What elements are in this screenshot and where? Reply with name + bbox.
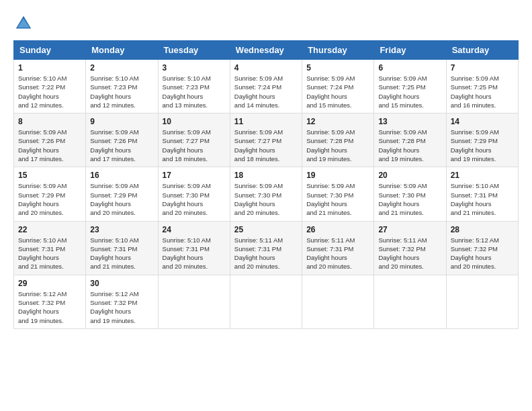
calendar-header-row: SundayMondayTuesdayWednesdayThursdayFrid… bbox=[14, 41, 519, 60]
calendar-cell: 26 Sunrise: 5:11 AMSunset: 7:31 PMDaylig… bbox=[302, 221, 374, 275]
cell-info: Sunrise: 5:09 AMSunset: 7:30 PMDaylight … bbox=[378, 181, 441, 217]
calendar-cell: 27 Sunrise: 5:11 AMSunset: 7:32 PMDaylig… bbox=[374, 221, 446, 275]
cell-info: Sunrise: 5:11 AMSunset: 7:31 PMDaylight … bbox=[306, 236, 369, 271]
day-number: 8 bbox=[18, 117, 81, 126]
calendar-cell: 23 Sunrise: 5:10 AMSunset: 7:31 PMDaylig… bbox=[86, 221, 158, 275]
calendar-cell: 22 Sunrise: 5:10 AMSunset: 7:31 PMDaylig… bbox=[14, 221, 86, 275]
calendar-cell: 9 Sunrise: 5:09 AMSunset: 7:26 PMDayligh… bbox=[86, 113, 158, 167]
day-header-wednesday: Wednesday bbox=[230, 41, 302, 60]
day-number: 25 bbox=[234, 225, 298, 234]
day-header-tuesday: Tuesday bbox=[158, 41, 230, 60]
day-number: 23 bbox=[90, 225, 153, 234]
day-number: 18 bbox=[234, 171, 298, 180]
day-number: 26 bbox=[306, 225, 369, 234]
logo bbox=[13, 13, 36, 34]
calendar-cell: 28 Sunrise: 5:12 AMSunset: 7:32 PMDaylig… bbox=[446, 221, 518, 275]
cell-info: Sunrise: 5:09 AMSunset: 7:24 PMDaylight … bbox=[306, 74, 369, 109]
calendar-cell: 1 Sunrise: 5:10 AMSunset: 7:22 PMDayligh… bbox=[14, 60, 86, 113]
cell-info: Sunrise: 5:09 AMSunset: 7:28 PMDaylight … bbox=[306, 128, 369, 163]
day-number: 22 bbox=[18, 225, 81, 234]
day-number: 15 bbox=[18, 171, 81, 180]
day-number: 13 bbox=[378, 117, 441, 126]
cell-info: Sunrise: 5:10 AMSunset: 7:31 PMDaylight … bbox=[163, 236, 226, 271]
day-number: 17 bbox=[163, 171, 226, 180]
day-header-thursday: Thursday bbox=[302, 41, 374, 60]
calendar-cell: 8 Sunrise: 5:09 AMSunset: 7:26 PMDayligh… bbox=[14, 113, 86, 167]
day-number: 28 bbox=[451, 225, 514, 234]
calendar-week-4: 22 Sunrise: 5:10 AMSunset: 7:31 PMDaylig… bbox=[14, 221, 519, 275]
cell-info: Sunrise: 5:09 AMSunset: 7:28 PMDaylight … bbox=[378, 128, 441, 163]
cell-info: Sunrise: 5:09 AMSunset: 7:27 PMDaylight … bbox=[234, 128, 298, 163]
calendar-cell: 16 Sunrise: 5:09 AMSunset: 7:29 PMDaylig… bbox=[86, 167, 158, 221]
calendar-week-5: 29 Sunrise: 5:12 AMSunset: 7:32 PMDaylig… bbox=[14, 275, 519, 328]
calendar-cell: 10 Sunrise: 5:09 AMSunset: 7:27 PMDaylig… bbox=[158, 113, 230, 167]
cell-info: Sunrise: 5:09 AMSunset: 7:24 PMDaylight … bbox=[234, 74, 298, 109]
cell-info: Sunrise: 5:09 AMSunset: 7:29 PMDaylight … bbox=[90, 181, 153, 217]
day-header-saturday: Saturday bbox=[446, 41, 518, 60]
cell-info: Sunrise: 5:11 AMSunset: 7:31 PMDaylight … bbox=[234, 236, 298, 271]
day-number: 10 bbox=[163, 117, 226, 126]
calendar-cell: 2 Sunrise: 5:10 AMSunset: 7:23 PMDayligh… bbox=[86, 60, 158, 113]
cell-info: Sunrise: 5:09 AMSunset: 7:30 PMDaylight … bbox=[234, 181, 298, 217]
cell-info: Sunrise: 5:12 AMSunset: 7:32 PMDaylight … bbox=[18, 289, 81, 325]
day-header-friday: Friday bbox=[374, 41, 446, 60]
day-number: 24 bbox=[163, 225, 226, 234]
calendar-cell bbox=[302, 275, 374, 328]
calendar-cell: 11 Sunrise: 5:09 AMSunset: 7:27 PMDaylig… bbox=[230, 113, 302, 167]
cell-info: Sunrise: 5:09 AMSunset: 7:29 PMDaylight … bbox=[18, 181, 81, 217]
day-number: 21 bbox=[451, 171, 514, 180]
cell-info: Sunrise: 5:09 AMSunset: 7:26 PMDaylight … bbox=[90, 128, 153, 163]
calendar-cell: 14 Sunrise: 5:09 AMSunset: 7:29 PMDaylig… bbox=[446, 113, 518, 167]
calendar-week-2: 8 Sunrise: 5:09 AMSunset: 7:26 PMDayligh… bbox=[14, 113, 519, 167]
calendar-cell: 18 Sunrise: 5:09 AMSunset: 7:30 PMDaylig… bbox=[230, 167, 302, 221]
calendar-cell bbox=[374, 275, 446, 328]
day-number: 14 bbox=[451, 117, 514, 126]
day-number: 4 bbox=[234, 63, 298, 73]
calendar-cell: 6 Sunrise: 5:09 AMSunset: 7:25 PMDayligh… bbox=[374, 60, 446, 113]
cell-info: Sunrise: 5:10 AMSunset: 7:31 PMDaylight … bbox=[451, 181, 514, 217]
calendar-cell: 25 Sunrise: 5:11 AMSunset: 7:31 PMDaylig… bbox=[230, 221, 302, 275]
calendar-cell: 12 Sunrise: 5:09 AMSunset: 7:28 PMDaylig… bbox=[302, 113, 374, 167]
day-number: 3 bbox=[163, 63, 226, 73]
day-number: 29 bbox=[18, 279, 81, 288]
cell-info: Sunrise: 5:11 AMSunset: 7:32 PMDaylight … bbox=[378, 236, 441, 271]
day-number: 20 bbox=[378, 171, 441, 180]
calendar-cell: 13 Sunrise: 5:09 AMSunset: 7:28 PMDaylig… bbox=[374, 113, 446, 167]
day-number: 19 bbox=[306, 171, 369, 180]
cell-info: Sunrise: 5:09 AMSunset: 7:29 PMDaylight … bbox=[451, 128, 514, 163]
day-number: 1 bbox=[18, 63, 81, 73]
logo-icon bbox=[13, 13, 34, 34]
calendar-cell bbox=[446, 275, 518, 328]
calendar-week-1: 1 Sunrise: 5:10 AMSunset: 7:22 PMDayligh… bbox=[14, 60, 519, 113]
calendar-cell: 29 Sunrise: 5:12 AMSunset: 7:32 PMDaylig… bbox=[14, 275, 86, 328]
day-number: 27 bbox=[378, 225, 441, 234]
cell-info: Sunrise: 5:10 AMSunset: 7:31 PMDaylight … bbox=[18, 236, 81, 271]
cell-info: Sunrise: 5:09 AMSunset: 7:25 PMDaylight … bbox=[451, 74, 514, 109]
calendar-cell bbox=[158, 275, 230, 328]
day-number: 11 bbox=[234, 117, 298, 126]
calendar-cell: 4 Sunrise: 5:09 AMSunset: 7:24 PMDayligh… bbox=[230, 60, 302, 113]
calendar-cell: 5 Sunrise: 5:09 AMSunset: 7:24 PMDayligh… bbox=[302, 60, 374, 113]
calendar-cell: 30 Sunrise: 5:12 AMSunset: 7:32 PMDaylig… bbox=[86, 275, 158, 328]
calendar-cell: 24 Sunrise: 5:10 AMSunset: 7:31 PMDaylig… bbox=[158, 221, 230, 275]
day-number: 12 bbox=[306, 117, 369, 126]
cell-info: Sunrise: 5:10 AMSunset: 7:23 PMDaylight … bbox=[163, 74, 226, 109]
cell-info: Sunrise: 5:10 AMSunset: 7:23 PMDaylight … bbox=[90, 74, 153, 109]
cell-info: Sunrise: 5:12 AMSunset: 7:32 PMDaylight … bbox=[90, 289, 153, 325]
calendar-cell: 21 Sunrise: 5:10 AMSunset: 7:31 PMDaylig… bbox=[446, 167, 518, 221]
cell-info: Sunrise: 5:09 AMSunset: 7:30 PMDaylight … bbox=[306, 181, 369, 217]
calendar-cell: 7 Sunrise: 5:09 AMSunset: 7:25 PMDayligh… bbox=[446, 60, 518, 113]
cell-info: Sunrise: 5:09 AMSunset: 7:27 PMDaylight … bbox=[163, 128, 226, 163]
calendar-cell: 3 Sunrise: 5:10 AMSunset: 7:23 PMDayligh… bbox=[158, 60, 230, 113]
day-number: 7 bbox=[451, 63, 514, 73]
day-header-sunday: Sunday bbox=[14, 41, 86, 60]
day-number: 16 bbox=[90, 171, 153, 180]
day-number: 5 bbox=[306, 63, 369, 73]
cell-info: Sunrise: 5:12 AMSunset: 7:32 PMDaylight … bbox=[451, 236, 514, 271]
cell-info: Sunrise: 5:09 AMSunset: 7:30 PMDaylight … bbox=[163, 181, 226, 217]
day-header-monday: Monday bbox=[86, 41, 158, 60]
calendar-cell: 19 Sunrise: 5:09 AMSunset: 7:30 PMDaylig… bbox=[302, 167, 374, 221]
cell-info: Sunrise: 5:10 AMSunset: 7:31 PMDaylight … bbox=[90, 236, 153, 271]
day-number: 2 bbox=[90, 63, 153, 73]
page-header bbox=[13, 13, 519, 34]
